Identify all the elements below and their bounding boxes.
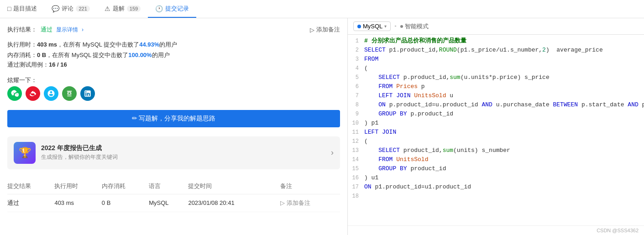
social-icons-row — [7, 86, 340, 101]
code-line-9: 9 GROUP BY p.product_id — [348, 110, 644, 119]
th-result: 提交结果 — [7, 178, 54, 194]
line-num-5: 5 — [348, 73, 364, 82]
line-content-13: SELECT product_id,sum(units) s_number — [364, 146, 644, 155]
line-content-10: ) p1 — [364, 119, 644, 128]
result-label: 执行结果： — [7, 26, 37, 34]
line-num-4: 4 — [348, 64, 364, 73]
banner-title: 2022 年度报告已生成 — [41, 144, 325, 152]
code-line-13: 13 SELECT product_id,sum(units) s_number — [348, 146, 644, 155]
line-num-8: 8 — [348, 100, 364, 110]
tab-solutions[interactable]: ⚠ 题解 159 — [97, 0, 148, 18]
result-detail-link[interactable]: 显示详情 — [56, 26, 78, 34]
time-value: 403 ms — [37, 41, 57, 48]
add-note-row-label: 添加备注 — [287, 199, 310, 207]
add-note-label: 添加备注 — [316, 26, 340, 34]
editor-mode-label: 智能模式 — [400, 22, 429, 31]
tab-comments[interactable]: 💬 评论 221 — [44, 0, 97, 18]
code-line-16: 16 ) u1 — [348, 173, 644, 183]
line-content-6: FROM Prices p — [364, 82, 644, 91]
mem-suffix: 的用户 — [152, 52, 170, 58]
time-stat-row: 执行用时：403 ms，在所有 MySQL 提交中击败了44.93%的用户 — [7, 39, 340, 50]
add-note-button[interactable]: ▷ 添加备注 — [310, 26, 340, 34]
line-content-9: GROUP BY p.product_id — [364, 110, 644, 119]
table-header-row: 提交结果 执行用时 内存消耗 语言 提交时间 备注 — [7, 178, 340, 194]
add-note-icon: ▷ — [310, 26, 314, 33]
result-status: 通过 — [41, 26, 52, 34]
code-line-14: 14 FROM UnitsSold — [348, 155, 644, 164]
line-content-12: ( — [364, 137, 644, 146]
attribution-text: CSDN @SSS4362 — [597, 228, 639, 233]
test-row: 通过测试用例：16 / 16 — [7, 61, 340, 69]
code-line-12: 12 ( — [348, 137, 644, 146]
time-desc: ，在所有 MySQL 提交中击败了 — [57, 41, 139, 48]
annual-report-banner[interactable]: 🏆 2022 年度报告已生成 生成报告，解锁你的年度关键词 › — [7, 136, 340, 169]
code-editor[interactable]: 1 # 分别求出产品总价和消售的产品数量 2 SELECT p1.product… — [348, 35, 644, 225]
tab-submissions[interactable]: 🕐 提交记录 — [148, 0, 196, 18]
share-label-row: 炫耀一下： — [7, 76, 340, 84]
td-result[interactable]: 通过 — [7, 194, 54, 212]
douban-icon[interactable] — [62, 86, 77, 101]
line-num-16: 16 — [348, 173, 364, 183]
code-line-7: 7 LEFT JOIN UnitsSold u — [348, 91, 644, 100]
th-memory: 内存消耗 — [102, 178, 149, 194]
linkedin-icon[interactable] — [80, 86, 95, 101]
th-submit-time: 提交时间 — [188, 178, 280, 194]
code-line-18: 18 — [348, 192, 644, 201]
time-pct: 44.93% — [139, 41, 159, 48]
code-line-8: 8 ON p.product_id=u.product_id AND u.pur… — [348, 100, 644, 110]
write-solution-button[interactable]: ✏ 写题解，分享我的解题思路 — [7, 110, 340, 127]
line-num-1: 1 — [348, 37, 364, 46]
line-num-13: 13 — [348, 146, 364, 155]
mem-desc: ，在所有 MySQL 提交中击败了 — [46, 52, 128, 58]
td-note[interactable]: ▷ 添加备注 — [280, 194, 340, 212]
line-num-17: 17 — [348, 183, 364, 192]
language-selector[interactable]: MySQL ▾ — [353, 21, 391, 31]
result-info: 执行结果： 通过 显示详情 › — [7, 26, 84, 34]
share-label: 炫耀一下： — [7, 76, 37, 84]
time-label: 执行用时： — [7, 41, 37, 48]
td-time: 403 ms — [54, 194, 101, 212]
chevron-right-icon: › — [82, 26, 84, 33]
code-line-11: 11 LEFT JOIN — [348, 128, 644, 137]
line-content-5: SELECT p.product_id,sum(u.units*p.price)… — [364, 73, 644, 82]
main-layout: 执行结果： 通过 显示详情 › ▷ 添加备注 执行用时：403 ms，在所有 M… — [0, 18, 644, 235]
result-row: 执行结果： 通过 显示详情 › ▷ 添加备注 — [7, 26, 340, 34]
line-num-6: 6 — [348, 82, 364, 91]
line-content-11: LEFT JOIN — [364, 128, 644, 137]
line-num-18: 18 — [348, 192, 364, 201]
weibo-icon[interactable] — [26, 86, 40, 101]
code-line-2: 2 SELECT p1.product_id,ROUND(p1.s_price/… — [348, 46, 644, 55]
mode-dot-icon — [400, 25, 403, 28]
line-content-3: FROM — [364, 55, 644, 64]
line-num-2: 2 — [348, 46, 364, 55]
line-num-3: 3 — [348, 55, 364, 64]
line-num-14: 14 — [348, 155, 364, 164]
tab-description[interactable]: □ 题目描述 — [0, 0, 44, 18]
line-content-15: GROUP BY product_id — [364, 164, 644, 173]
code-line-3: 3 FROM — [348, 55, 644, 64]
time-suffix: 的用户 — [159, 41, 177, 48]
banner-arrow-icon[interactable]: › — [331, 148, 334, 157]
line-content-17: ON p1.product_id=u1.product_id — [364, 183, 644, 192]
lang-label: MySQL — [363, 23, 382, 30]
line-content-8: ON p.product_id=u.product_id AND u.purch… — [364, 100, 644, 110]
code-line-6: 6 FROM Prices p — [348, 82, 644, 91]
line-num-10: 10 — [348, 119, 364, 128]
line-num-15: 15 — [348, 164, 364, 173]
code-line-10: 10 ) p1 — [348, 119, 644, 128]
share-section: 炫耀一下： — [7, 74, 340, 101]
tab-description-label: 题目描述 — [13, 5, 37, 13]
qq-icon[interactable] — [44, 86, 58, 101]
td-memory: 0 B — [102, 194, 149, 212]
mode-text: 智能模式 — [405, 22, 429, 31]
line-num-7: 7 — [348, 91, 364, 100]
mem-pct: 100.00% — [128, 52, 152, 58]
line-num-9: 9 — [348, 110, 364, 119]
tab-comments-label: 评论 — [62, 5, 73, 13]
wechat-icon[interactable] — [7, 86, 22, 101]
code-line-17: 17 ON p1.product_id=u1.product_id — [348, 183, 644, 192]
test-value: 16 / 16 — [49, 61, 67, 68]
th-lang: 语言 — [149, 178, 188, 194]
code-line-5: 5 SELECT p.product_id,sum(u.units*p.pric… — [348, 73, 644, 82]
tab-solutions-label: 题解 — [113, 5, 125, 13]
